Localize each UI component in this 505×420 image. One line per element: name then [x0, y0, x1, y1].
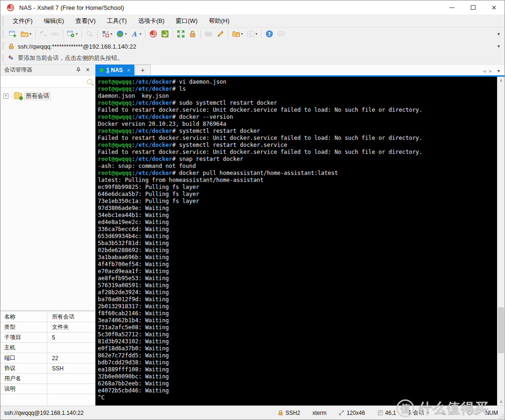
menu-item[interactable]: 查看(V) [70, 15, 101, 27]
dropdown-caret-icon[interactable]: ▾ [125, 32, 127, 36]
reconnect-button[interactable] [50, 29, 60, 39]
jump-down-icon[interactable]: ▼ [449, 410, 455, 416]
tree-expand-icon[interactable]: + [3, 94, 8, 99]
new-tab-button[interactable]: + [135, 65, 151, 75]
terminal-line: root@qwqqq:/etc/docker# vi daemon.json [98, 79, 497, 86]
property-value: 22 [47, 355, 58, 362]
property-label: 子项目 [0, 333, 47, 342]
tree-connector: ·· [10, 94, 12, 99]
menu-item[interactable]: 选项卡(B) [132, 15, 170, 27]
menu-item[interactable]: 窗口(W) [170, 15, 203, 27]
highlight-pen-button[interactable] [215, 29, 226, 39]
feedback-button[interactable] [276, 29, 286, 39]
toolbar: ▼ ▾▾▾▾A▾▾▾? [0, 27, 505, 40]
address-bar[interactable]: ssh://qwqqq:*************@192.168.1.140:… [0, 40, 505, 52]
xshell-button[interactable] [148, 29, 159, 39]
terminal-line: root@qwqqq:/etc/docker# sudo systemctl r… [98, 100, 497, 107]
lock-icon [189, 30, 197, 38]
scroll-down-icon[interactable]: ∨ [498, 398, 505, 406]
new-folder-transfer-button[interactable]: ▾ [231, 29, 244, 39]
font-button[interactable]: A▾ [129, 29, 143, 39]
toolbar-separator [173, 30, 173, 38]
find-button[interactable] [84, 29, 95, 39]
session-manager-panel: 会话管理器 ✕ + ·· 所有会话 名称所有会话类型文件夹子项目5主机端口2 [0, 65, 95, 406]
terminal-line: latest: Pulling from homeassistant/home-… [98, 177, 497, 184]
jump-up-icon[interactable]: ▲ [441, 410, 447, 416]
toolbar-separator [63, 30, 63, 38]
session-properties-button[interactable]: ▾ [66, 29, 79, 39]
session-search-input[interactable] [3, 79, 87, 85]
status-session-count[interactable]: 1 会话 ▾ [408, 409, 429, 417]
dropdown-caret-icon[interactable]: ▾ [139, 32, 141, 36]
dropdown-caret-icon[interactable]: ▾ [29, 32, 31, 36]
dropdown-caret-icon[interactable]: ▾ [110, 32, 112, 36]
property-row: 协议SSH [0, 363, 95, 374]
scrollbar-thumb[interactable] [498, 307, 504, 353]
disconnect-button[interactable] [38, 29, 49, 39]
status-address: ssh://qwqqq@192.168.1.140:22 [4, 410, 265, 416]
terminal-line: f8f60cab2146: Waiting [98, 310, 497, 317]
minimize-button[interactable] [441, 0, 462, 14]
open-session-button[interactable]: ▾ [19, 29, 33, 39]
dropdown-caret-icon[interactable]: ▾ [76, 32, 78, 36]
help-button[interactable]: ? [264, 29, 275, 39]
terminal-scrollbar[interactable]: ∧ ∨ [497, 77, 505, 406]
session-manager-title: 会话管理器 [4, 66, 73, 74]
scroll-up-icon[interactable]: ∧ [498, 77, 505, 84]
scroll-jump-buttons[interactable]: ▲▼ [441, 410, 455, 416]
terminal-line: ea1889fff108: Waiting [98, 366, 497, 373]
close-button[interactable]: ✕ [483, 0, 505, 14]
address-dropdown-caret[interactable]: ▼ [497, 44, 501, 49]
new-session-icon [9, 30, 17, 38]
property-label: 说明 [0, 384, 47, 394]
address-text[interactable]: ssh://qwqqq:*************@192.168.1.140:… [18, 43, 136, 50]
status-size-label: 120x46 [346, 410, 365, 416]
tree-item-label[interactable]: 所有会话 [24, 92, 51, 101]
session-properties-icon [67, 30, 75, 38]
terminal-output[interactable]: root@qwqqq:/etc/docker# vi daemon.jsonro… [95, 77, 497, 406]
terminal-line: 81d3b9243102: Waiting [98, 338, 497, 345]
status-cursor-position: 46,1 [377, 410, 396, 416]
tab-list-caret[interactable]: ▼ [497, 69, 501, 73]
xftp-button[interactable] [160, 29, 170, 39]
fullscreen-button[interactable] [176, 29, 186, 39]
session-search-box[interactable] [0, 76, 95, 88]
terminal-line: bdb7cdd29d38: Waiting [98, 359, 497, 366]
find-icon [86, 30, 94, 38]
status-terminal-type[interactable]: xterm [312, 410, 326, 416]
tree-item-all-sessions[interactable]: + ·· 所有会话 [3, 92, 95, 101]
menu-item[interactable]: 帮助(H) [203, 15, 235, 27]
terminal-line: 5ba3b532f81d: Waiting [98, 240, 497, 247]
web-globe-button[interactable]: ▾ [115, 29, 128, 39]
menu-item[interactable]: 工具(T) [101, 15, 132, 27]
terminal-line: ae8fefb95e53: Waiting [98, 275, 497, 282]
lock-button[interactable] [187, 29, 198, 39]
dropdown-caret-icon[interactable]: ▾ [241, 32, 243, 36]
tab-close-icon[interactable]: × [127, 67, 130, 73]
cursor-position-icon [377, 410, 383, 416]
new-session-button[interactable] [7, 29, 18, 39]
tab-nas[interactable]: 1 NAS × [95, 65, 134, 75]
tab-scroll-right-icon[interactable]: ▶ [489, 69, 492, 73]
virtual-keyboard-button[interactable] [203, 29, 214, 39]
toolbar-overflow-caret[interactable]: ▼ [497, 32, 501, 36]
compose-layout-button[interactable]: ▾ [100, 29, 114, 39]
tab-status-dot [100, 68, 103, 72]
toolbar-separator [145, 30, 146, 38]
maximize-button[interactable] [462, 0, 483, 14]
resize-icon [338, 410, 344, 416]
dropdown-caret-icon[interactable]: ▾ [256, 32, 257, 36]
pin-panel-button[interactable] [73, 67, 83, 72]
reconnect-icon [51, 30, 59, 38]
property-value: 5 [47, 334, 55, 341]
menu-item[interactable]: 编辑(E) [38, 15, 70, 27]
address-lock-icon [8, 43, 15, 50]
virtual-keyboard-icon [205, 30, 212, 38]
menu-item[interactable]: 文件(F) [7, 15, 38, 27]
tab-scroll-left-icon[interactable]: ◀ [483, 69, 486, 73]
window-resize-grip[interactable] [499, 414, 504, 419]
close-panel-button[interactable]: ✕ [83, 67, 92, 73]
split-view-button[interactable]: ▾ [245, 29, 259, 39]
terminal-line: ^C [98, 394, 497, 401]
property-row: 子项目5 [0, 333, 95, 343]
